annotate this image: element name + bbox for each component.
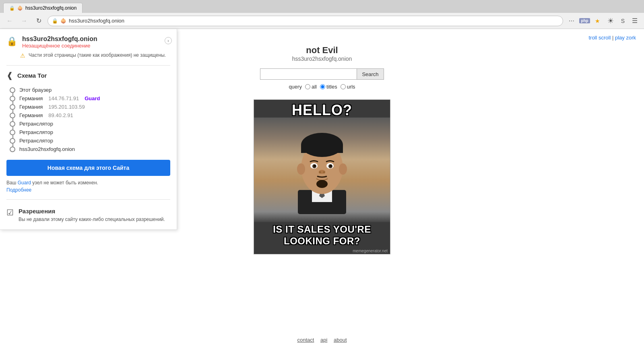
troll-scroll-link[interactable]: troll scroll — [588, 35, 611, 41]
guard-note: Ваш Guard узел не может быть изменен. — [6, 180, 170, 186]
tab-lock-icon: 🔒 — [9, 6, 15, 11]
titles-option[interactable]: titles — [320, 84, 337, 90]
svg-point-17 — [323, 171, 325, 173]
forward-button[interactable]: → — [19, 15, 30, 27]
address-lock-icon: 🔒 — [52, 18, 58, 24]
new-circuit-button[interactable]: Новая схема для этого Сайта — [6, 160, 170, 176]
tab-bar: 🔒 🧅 hss3uro2hsxfogfq.onion — [0, 0, 644, 13]
sync-button[interactable]: ☀ — [605, 15, 616, 27]
contact-link[interactable]: contact — [297, 337, 314, 343]
account-button[interactable]: S — [619, 16, 627, 26]
tor-node-1: Германия 144.76.71.91 Guard — [10, 94, 170, 103]
urls-label: urls — [347, 84, 355, 90]
more-button[interactable]: ⋯ — [566, 16, 577, 26]
tab-title: hss3uro2hsxfogfq.onion — [25, 5, 76, 11]
meme-image: HELLO? — [254, 99, 390, 254]
tor-section-header: ❰ Схема Tor — [6, 70, 170, 80]
api-link[interactable]: api — [320, 337, 327, 343]
site-title: hss3uro2hsxfogfq.onion — [22, 35, 97, 43]
urls-radio[interactable] — [341, 84, 346, 89]
popup-panel: 🔒 hss3uro2hsxfogfq.onion Незащищённое со… — [0, 29, 177, 230]
tor-node-6: Ретранслятор — [10, 136, 170, 145]
node-dot-1 — [10, 96, 15, 101]
node-label-4: Ретранслятор — [19, 121, 53, 127]
divider-2 — [6, 199, 170, 200]
footer-links: contact api about — [0, 337, 644, 343]
address-bar-row: ← → ↻ 🔒 🧅 hss3uro2hsxfogfq.onion ⋯ php ★… — [0, 13, 644, 29]
tor-node-7: hss3uro2hsxfogfq.onion — [10, 145, 170, 153]
site-security-section: 🔒 hss3uro2hsxfogfq.onion Незащищённое со… — [6, 35, 170, 59]
titles-radio[interactable] — [320, 84, 325, 89]
meme-watermark: memegenerator.net — [254, 248, 390, 254]
all-option[interactable]: all — [305, 84, 317, 90]
back-button[interactable]: ← — [4, 15, 15, 27]
tor-node-0: Этот браузер — [10, 86, 170, 94]
reload-button[interactable]: ↻ — [33, 15, 44, 27]
site-heading: not Evil hss3uro2hsxfogfq.onion — [292, 45, 352, 62]
tab-favicon: 🧅 — [17, 6, 23, 11]
tor-node-2: Германия 195.201.103.59 — [10, 103, 170, 111]
search-options: query all titles urls — [289, 84, 355, 90]
svg-point-7 — [297, 163, 305, 175]
svg-point-18 — [316, 180, 328, 188]
tor-icon: ❰ — [6, 70, 13, 80]
all-radio[interactable] — [305, 84, 310, 89]
node-dot-4 — [10, 121, 15, 127]
search-input[interactable] — [260, 68, 357, 80]
warning-text: Части этой страницы (такие как изображен… — [29, 52, 166, 59]
node-ip-3: 89.40.2.91 — [48, 112, 73, 118]
meme-face — [254, 118, 390, 222]
node-dot-0 — [10, 87, 15, 93]
permissions-text: Вы не давали этому сайту каких-либо спец… — [19, 216, 165, 223]
tor-schema-section: ❰ Схема Tor Этот браузер Германия 144.76… — [6, 70, 170, 193]
tor-node-4: Ретранслятор — [10, 120, 170, 128]
address-text: hss3uro2hsxfogfq.onion — [69, 18, 124, 24]
node-label-0: Этот браузер — [19, 87, 52, 93]
tor-node-3: Германия 89.40.2.91 — [10, 111, 170, 120]
node-label-1: Германия — [19, 95, 43, 101]
site-domain-label: hss3uro2hsxfogfq.onion — [292, 56, 352, 62]
insecure-label: Незащищённое соединение — [22, 43, 97, 49]
more-link[interactable]: Подробнее — [6, 187, 170, 193]
meme-face-svg — [290, 126, 354, 214]
top-links: troll scroll | play zork — [588, 35, 636, 41]
node-dot-5 — [10, 130, 15, 135]
svg-rect-6 — [301, 145, 343, 153]
svg-point-16 — [319, 171, 321, 173]
svg-point-8 — [339, 163, 347, 175]
tor-title: Схема Tor — [17, 72, 47, 79]
address-onion-icon: 🧅 — [60, 18, 66, 24]
permissions-icon: ☑ — [6, 208, 14, 217]
node-label-7: hss3uro2hsxfogfq.onion — [19, 146, 75, 152]
active-tab[interactable]: 🔒 🧅 hss3uro2hsxfogfq.onion — [3, 3, 83, 13]
divider-1 — [6, 65, 170, 66]
node-label-2: Германия — [19, 104, 43, 110]
node-dot-7 — [10, 147, 15, 152]
bookmark-star-button[interactable]: ★ — [592, 16, 603, 26]
address-box[interactable]: 🔒 🧅 hss3uro2hsxfogfq.onion — [47, 16, 563, 26]
play-zork-link[interactable]: play zork — [615, 35, 636, 41]
guard-note-suffix: узел не может быть изменен. — [32, 180, 98, 186]
tor-node-5: Ретранслятор — [10, 128, 170, 136]
all-label: all — [312, 84, 317, 90]
expand-arrow-icon[interactable]: › — [165, 37, 172, 44]
urls-option[interactable]: urls — [341, 84, 355, 90]
node-dot-2 — [10, 104, 15, 110]
query-label: query — [289, 84, 302, 90]
permissions-title: Разрешения — [19, 208, 165, 215]
tor-chain: Этот браузер Германия 144.76.71.91 Guard… — [6, 86, 170, 153]
warning-icon: ⚠ — [20, 52, 25, 59]
node-ip-1: 144.76.71.91 — [48, 95, 79, 101]
site-info-header: 🔒 hss3uro2hsxfogfq.onion Незащищённое со… — [6, 35, 170, 49]
meme-top-text: HELLO? — [254, 100, 390, 118]
meme-bottom-text: IS IT SALES YOU'RE LOOKING FOR? — [254, 222, 390, 248]
site-lock-icon: 🔒 — [6, 36, 17, 47]
guard-link[interactable]: Guard — [18, 180, 31, 186]
menu-button[interactable]: ☰ — [630, 15, 640, 26]
main-layout: 🔒 hss3uro2hsxfogfq.onion Незащищённое со… — [0, 29, 644, 355]
expand-button[interactable]: › — [165, 37, 172, 44]
node-guard-1: Guard — [85, 95, 100, 101]
about-link[interactable]: about — [334, 337, 347, 343]
titles-label: titles — [326, 84, 337, 90]
search-button[interactable]: Search — [357, 68, 384, 80]
